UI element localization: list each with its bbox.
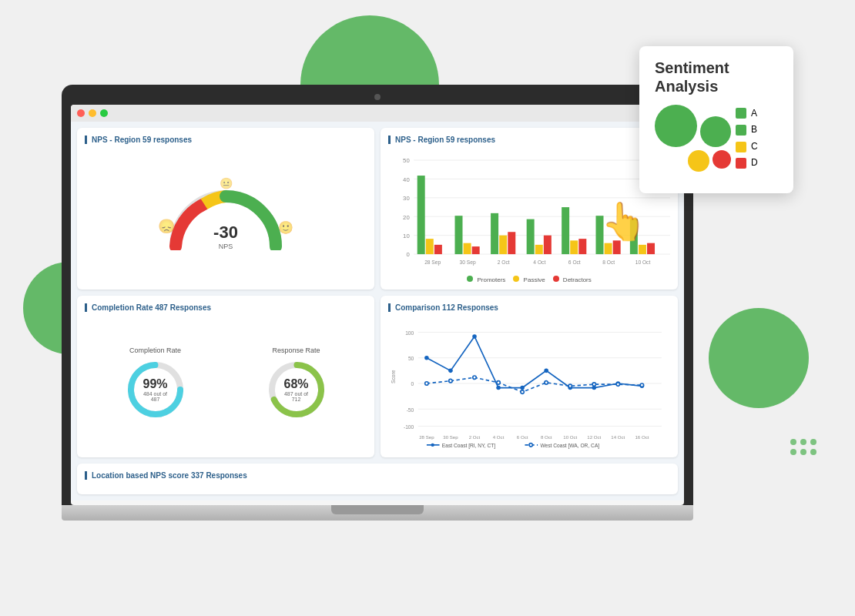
svg-point-65 bbox=[424, 356, 429, 360]
dot-3 bbox=[810, 439, 816, 445]
svg-rect-33 bbox=[605, 243, 612, 254]
svg-rect-30 bbox=[578, 239, 586, 254]
dot-4 bbox=[790, 449, 796, 455]
svg-rect-12 bbox=[417, 176, 425, 254]
sentiment-card: SentimentAnalysis A B C bbox=[639, 46, 793, 193]
legend-passive: Passive bbox=[513, 276, 545, 283]
panel-location: Location based NPS score 337 Responses bbox=[77, 464, 678, 494]
legend-row-d: D bbox=[736, 155, 758, 172]
svg-text:28 Sep: 28 Sep bbox=[419, 434, 434, 440]
legend-sq-b bbox=[736, 125, 746, 136]
svg-text:30 Sep: 30 Sep bbox=[460, 259, 476, 266]
svg-point-83 bbox=[616, 383, 619, 386]
svg-point-76 bbox=[449, 379, 452, 382]
nps-gauge-title: NPS - Region 59 responses bbox=[85, 136, 367, 144]
sentiment-title: SentimentAnalysis bbox=[655, 59, 778, 95]
svg-text:4 Oct: 4 Oct bbox=[533, 259, 545, 265]
svg-point-89 bbox=[529, 444, 532, 447]
legend-sq-a bbox=[736, 108, 746, 119]
completion-sub: 484 out of 487 bbox=[140, 391, 171, 402]
svg-text:2 Oct: 2 Oct bbox=[498, 259, 510, 265]
completion-donut-wrap: 99% 484 out of 487 bbox=[125, 359, 186, 420]
svg-rect-17 bbox=[464, 243, 471, 254]
laptop-notch bbox=[331, 505, 424, 514]
legend-sq-d bbox=[736, 158, 746, 169]
svg-text:50: 50 bbox=[403, 157, 410, 164]
bubble-yellow bbox=[688, 150, 709, 172]
svg-text:40: 40 bbox=[403, 176, 410, 183]
svg-point-68 bbox=[496, 386, 501, 390]
svg-text:100: 100 bbox=[405, 330, 414, 336]
completion-pct: 99% bbox=[140, 377, 171, 391]
line-chart-area: 100 50 0 -50 -100 Score 28 Sep 30 Sep 2 … bbox=[388, 318, 670, 449]
sentiment-bubbles: A B C D bbox=[655, 105, 778, 172]
panel-comparison: Comparison 112 Responses 100 50 bbox=[381, 296, 678, 457]
laptop-base bbox=[62, 505, 693, 521]
tl-red[interactable] bbox=[77, 109, 85, 117]
svg-text:Score: Score bbox=[391, 370, 396, 383]
svg-text:20: 20 bbox=[403, 214, 410, 221]
emoji-happy: 🙂 bbox=[278, 220, 293, 235]
svg-text:30: 30 bbox=[403, 195, 410, 202]
svg-text:6 Oct: 6 Oct bbox=[517, 434, 528, 440]
svg-rect-14 bbox=[434, 245, 442, 254]
legend-detractors: Detractors bbox=[553, 276, 592, 283]
dot-5 bbox=[800, 449, 806, 455]
dots-grid bbox=[790, 439, 816, 455]
svg-text:West Coast [WA, OR, CA]: West Coast [WA, OR, CA] bbox=[540, 443, 599, 449]
traffic-lights bbox=[71, 105, 684, 122]
svg-point-81 bbox=[568, 384, 572, 387]
svg-rect-22 bbox=[508, 232, 515, 254]
donut-completion: Completion Rate 99% 484 out of 487 bbox=[125, 346, 186, 420]
dot-1 bbox=[790, 439, 796, 445]
legend-row-c: C bbox=[736, 139, 758, 156]
svg-text:10 Oct: 10 Oct bbox=[563, 434, 577, 440]
svg-rect-25 bbox=[535, 245, 543, 254]
donut-row: Completion Rate 99% 484 out of 487 bbox=[85, 318, 367, 449]
sentiment-legend: A B C D bbox=[736, 105, 758, 172]
gauge-label: NPS bbox=[213, 243, 238, 250]
svg-rect-26 bbox=[544, 236, 552, 254]
svg-point-75 bbox=[425, 382, 428, 385]
panel-completion: Completion Rate 487 Responses Completion… bbox=[77, 296, 374, 457]
svg-text:12 Oct: 12 Oct bbox=[587, 434, 601, 440]
svg-rect-24 bbox=[527, 219, 535, 254]
response-donut-wrap: 68% 487 out of 712 bbox=[266, 359, 327, 420]
laptop-frame: NPS - Region 59 responses 😞 😐 🙂 bbox=[62, 85, 693, 521]
svg-point-84 bbox=[640, 383, 643, 387]
legend-sq-c bbox=[736, 142, 746, 152]
promoters-dot bbox=[467, 276, 473, 282]
screen-frame: NPS - Region 59 responses 😞 😐 🙂 bbox=[62, 85, 693, 505]
svg-point-70 bbox=[544, 369, 548, 373]
legend-promoters: Promoters bbox=[467, 276, 505, 283]
svg-point-86 bbox=[431, 444, 434, 447]
svg-rect-20 bbox=[491, 213, 498, 254]
svg-point-69 bbox=[520, 386, 525, 390]
svg-text:2 Oct: 2 Oct bbox=[469, 434, 481, 440]
tl-green[interactable] bbox=[100, 109, 108, 117]
svg-rect-37 bbox=[639, 245, 646, 254]
svg-rect-21 bbox=[499, 236, 507, 254]
location-title: Location based NPS score 337 Responses bbox=[85, 471, 670, 480]
svg-rect-16 bbox=[455, 216, 463, 254]
emoji-sad: 😞 bbox=[158, 218, 175, 235]
svg-text:0: 0 bbox=[406, 251, 409, 258]
completion-label: Completion Rate bbox=[129, 346, 181, 354]
gauge-value: -30 NPS bbox=[213, 223, 238, 250]
svg-point-79 bbox=[521, 390, 524, 393]
svg-text:6 Oct: 6 Oct bbox=[568, 259, 581, 265]
svg-rect-18 bbox=[472, 246, 480, 254]
svg-rect-29 bbox=[570, 240, 578, 254]
svg-point-80 bbox=[545, 381, 548, 384]
svg-rect-13 bbox=[426, 239, 434, 254]
bar-chart-legend: Promoters Passive Detractors bbox=[388, 276, 670, 283]
completion-center: 99% 484 out of 487 bbox=[140, 377, 171, 402]
tl-yellow[interactable] bbox=[89, 109, 96, 117]
comparison-title: Comparison 112 Responses bbox=[388, 303, 670, 312]
response-label: Response Rate bbox=[272, 346, 320, 354]
comparison-svg: 100 50 0 -50 -100 Score 28 Sep 30 Sep 2 … bbox=[388, 318, 670, 449]
nps-gauge-container: 😞 😐 🙂 bbox=[85, 150, 367, 281]
legend-row-a: A bbox=[736, 105, 758, 122]
svg-text:-50: -50 bbox=[407, 407, 414, 413]
svg-text:0: 0 bbox=[411, 381, 414, 387]
